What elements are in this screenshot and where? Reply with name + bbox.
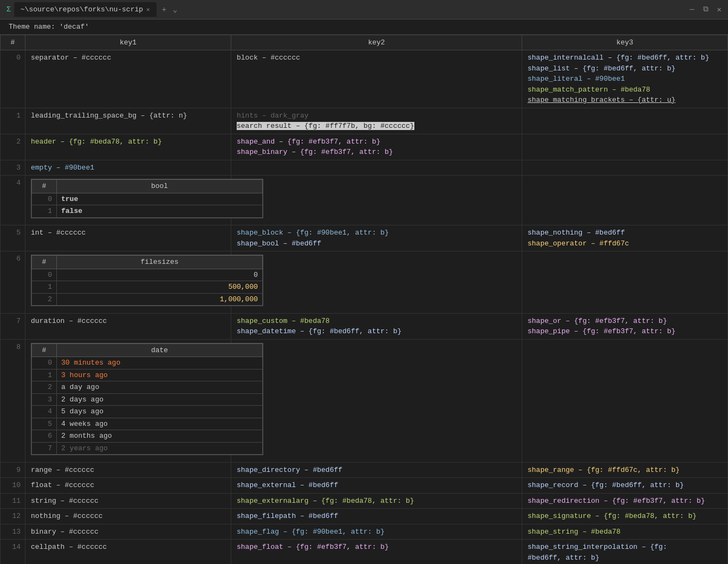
cell-key2: shape_custom – #beda78 shape_datetime – …: [231, 313, 522, 339]
cell-key3: [522, 134, 728, 160]
main-table: # key1 key2 key3 0 separator – #cccccc b…: [0, 35, 728, 564]
table-row: 3 empty – #90bee1: [1, 160, 728, 176]
nested-date-table: # date 0 30 minutes ago 1: [31, 343, 263, 456]
restore-button[interactable]: ⧉: [703, 5, 708, 14]
cell-key3: shape_internalcall – {fg: #bed6ff, attr:…: [522, 50, 728, 108]
table-row: 6 # filesizes 0: [1, 251, 728, 314]
cell-key2: block – #cccccc: [231, 50, 522, 108]
close-button[interactable]: ✕: [717, 5, 722, 14]
table-row: 13 binary – #cccccc shape_flag – {fg: #9…: [1, 524, 728, 540]
cell-key2: hints – dark_gray search result – {fg: #…: [231, 108, 522, 134]
cell-key3: shape_nothing – #bed6ff shape_operator –…: [522, 225, 728, 251]
cell-key2: [231, 339, 522, 462]
row-index: 1: [1, 108, 25, 134]
nested-filesizes-table: # filesizes 0 0 1: [31, 255, 263, 306]
cell-key3: [522, 108, 728, 134]
row-index: 6: [1, 251, 25, 314]
row-index: 12: [1, 509, 25, 524]
minimize-button[interactable]: —: [690, 5, 694, 14]
row-index: 7: [1, 313, 25, 339]
table-row: 14 cellpath – #cccccc shape_float – {fg:…: [1, 540, 728, 565]
table-row: 0 separator – #cccccc block – #cccccc sh…: [1, 50, 728, 108]
cell-key1: header – {fg: #beda78, attr: b}: [25, 134, 231, 160]
main-table-wrapper: # key1 key2 key3 0 separator – #cccccc b…: [0, 35, 728, 564]
table-row: 8 # date 0: [1, 339, 728, 462]
col-header-key1: key1: [25, 35, 231, 50]
row-index: 5: [1, 225, 25, 251]
table-row: 12 nothing – #cccccc shape_filepath – #b…: [1, 509, 728, 524]
table-header-row: # key1 key2 key3: [1, 35, 728, 50]
table-row: 11 string – #cccccc shape_externalarg – …: [1, 493, 728, 509]
title-bar: Σ ~\source\repos\forks\nu-scrip ✕ + ⌄ — …: [0, 0, 728, 20]
cell-key2: shape_directory – #bed6ff: [231, 462, 522, 478]
cell-key2: shape_flag – {fg: #90bee1, attr: b}: [231, 524, 522, 540]
cell-key1: string – #cccccc: [25, 493, 231, 509]
row-index: 14: [1, 540, 25, 565]
cell-key1: float – #cccccc: [25, 478, 231, 494]
cell-key2: shape_float – {fg: #efb3f7, attr: b}: [231, 540, 522, 565]
cell-key1: leading_trailing_space_bg – {attr: n}: [25, 108, 231, 134]
cell-key2: [231, 251, 522, 314]
table-row: 2 header – {fg: #beda78, attr: b} shape_…: [1, 134, 728, 160]
cell-key2: [231, 176, 522, 225]
cell-key2: shape_external – #bed6ff: [231, 478, 522, 494]
nested-bool-table: # bool 0 true 1: [31, 179, 263, 218]
cell-key1: # filesizes 0 0 1: [25, 251, 231, 314]
cell-key3: shape_redirection – {fg: #efb3f7, attr: …: [522, 493, 728, 509]
table-row: 9 range – #cccccc shape_directory – #bed…: [1, 462, 728, 478]
tab-active[interactable]: ~\source\repos\forks\nu-scrip ✕: [14, 2, 157, 17]
row-index: 8: [1, 339, 25, 462]
cell-key3: shape_record – {fg: #bed6ff, attr: b}: [522, 478, 728, 494]
cell-key3: shape_string – #beda78: [522, 524, 728, 540]
cell-key3: [522, 251, 728, 314]
cell-key3: shape_range – {fg: #ffd67c, attr: b}: [522, 462, 728, 478]
tab-dropdown-icon[interactable]: ⌄: [170, 5, 180, 14]
cell-key3: [522, 160, 728, 176]
terminal-icon: Σ: [6, 5, 11, 14]
cell-key2: shape_filepath – #bed6ff: [231, 509, 522, 524]
cell-key3: [522, 176, 728, 225]
table-row: 5 int – #cccccc shape_block – {fg: #90be…: [1, 225, 728, 251]
cell-key1: range – #cccccc: [25, 462, 231, 478]
cell-key3: [522, 339, 728, 462]
cell-key1: cellpath – #cccccc: [25, 540, 231, 565]
cell-key3: shape_signature – {fg: #beda78, attr: b}: [522, 509, 728, 524]
cell-key1: nothing – #cccccc: [25, 509, 231, 524]
cell-key1: # date 0 30 minutes ago 1: [25, 339, 231, 462]
cell-key3: shape_string_interpolation – {fg: #bed6f…: [522, 540, 728, 565]
window-controls: — ⧉ ✕: [690, 5, 722, 14]
row-index: 11: [1, 493, 25, 509]
row-index: 2: [1, 134, 25, 160]
col-header-hash: #: [1, 35, 25, 50]
table-row: 1 leading_trailing_space_bg – {attr: n} …: [1, 108, 728, 134]
cell-key1: # bool 0 true 1: [25, 176, 231, 225]
cell-key1: binary – #cccccc: [25, 524, 231, 540]
table-row: 7 duration – #cccccc shape_custom – #bed…: [1, 313, 728, 339]
row-index: 3: [1, 160, 25, 176]
new-tab-icon[interactable]: +: [159, 5, 170, 14]
cell-key2: [231, 160, 522, 176]
col-header-key2: key2: [231, 35, 522, 50]
cell-key3: shape_or – {fg: #efb3f7, attr: b} shape_…: [522, 313, 728, 339]
row-index: 9: [1, 462, 25, 478]
cell-key1: int – #cccccc: [25, 225, 231, 251]
row-index: 10: [1, 478, 25, 494]
tab-label: ~\source\repos\forks\nu-scrip: [21, 5, 143, 14]
table-row: 4 # bool 0: [1, 176, 728, 225]
table-row: 10 float – #cccccc shape_external – #bed…: [1, 478, 728, 494]
cell-key1: duration – #cccccc: [25, 313, 231, 339]
cell-key2: shape_block – {fg: #90bee1, attr: b} sha…: [231, 225, 522, 251]
cell-key1: empty – #90bee1: [25, 160, 231, 176]
theme-line: Theme name: 'decaf': [0, 20, 728, 35]
cell-key2: shape_and – {fg: #efb3f7, attr: b} shape…: [231, 134, 522, 160]
cell-key2: shape_externalarg – {fg: #beda78, attr: …: [231, 493, 522, 509]
col-header-key3: key3: [522, 35, 728, 50]
tab-close-icon[interactable]: ✕: [146, 6, 150, 13]
cell-key1: separator – #cccccc: [25, 50, 231, 108]
row-index: 4: [1, 176, 25, 225]
row-index: 13: [1, 524, 25, 540]
row-index: 0: [1, 50, 25, 108]
